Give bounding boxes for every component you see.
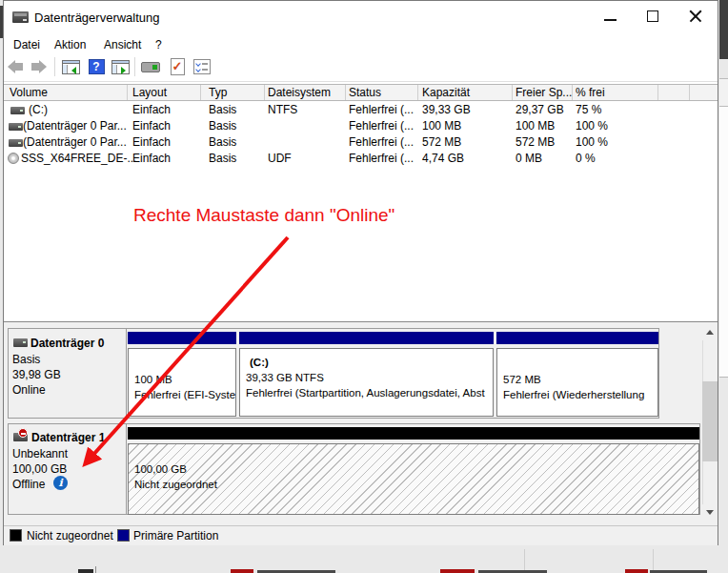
header-divider xyxy=(572,85,573,100)
disk-kind: Unbekannt xyxy=(12,447,68,460)
forward-icon xyxy=(31,60,47,73)
app-icon xyxy=(12,11,29,23)
disk0-info[interactable]: Datenträger 0 Basis 39,98 GB Online xyxy=(9,329,126,418)
bottom-fragment-red xyxy=(625,569,648,573)
partition-unallocated[interactable]: 100,00 GB Nicht zugeordnet xyxy=(128,427,699,513)
screen: Datenträgerverwaltung Datei Aktion Ansic… xyxy=(0,0,728,573)
column-header-dateisystem[interactable]: Dateisystem xyxy=(268,85,331,100)
menu-ansicht[interactable]: Ansicht xyxy=(99,36,146,54)
toolbar-separator xyxy=(54,57,55,76)
column-header-volume[interactable]: Volume xyxy=(10,85,48,100)
drive-icon xyxy=(9,123,23,131)
header-divider xyxy=(200,85,201,100)
table-row[interactable]: (Datenträger 0 Par... Einfach Basis Fehl… xyxy=(4,118,718,134)
disk-kind: Basis xyxy=(12,353,40,366)
maximize-button[interactable] xyxy=(634,4,672,29)
unallocated-box: 100,00 GB Nicht zugeordnet xyxy=(128,443,699,515)
console-tree-button[interactable] xyxy=(59,55,82,78)
cell-freier-sp: 100 MB xyxy=(516,118,555,134)
device-properties-button[interactable] xyxy=(139,55,162,78)
cell-prozent-frei: 100 % xyxy=(576,134,608,151)
column-header-typ[interactable]: Typ xyxy=(209,85,227,100)
disk-info-divider xyxy=(126,424,127,514)
partition-size: 100 MB xyxy=(129,372,235,387)
partition-color-bar xyxy=(128,427,699,440)
cell-dateisystem: UDF xyxy=(268,151,292,167)
cell-kapazitaet: 572 MB xyxy=(422,134,461,151)
header-divider xyxy=(657,85,658,100)
legend-label-primary: Primäre Partition xyxy=(133,529,218,542)
column-header-status[interactable]: Status xyxy=(349,85,381,100)
menu-aktion[interactable]: Aktion xyxy=(50,36,91,54)
window-title: Datenträgerverwaltung xyxy=(34,10,160,27)
cell-freier-sp: 572 MB xyxy=(516,134,555,151)
partition-c[interactable]: (C:) 39,33 GB NTFS Fehlerfrei (Startpart… xyxy=(239,332,494,417)
bottom-fragment-red xyxy=(440,569,475,573)
menu-help[interactable]: ? xyxy=(151,36,167,54)
partition-efi[interactable]: 100 MB Fehlerfrei (EFI-Syste xyxy=(128,332,236,417)
cell-prozent-frei: 0 % xyxy=(576,151,596,167)
bottom-fragment xyxy=(95,566,96,573)
legend-label-unallocated: Nicht zugeordnet xyxy=(27,529,113,542)
cell-status: Fehlerfrei (... xyxy=(349,118,414,134)
forward-button[interactable] xyxy=(28,55,51,78)
chevron-up-icon xyxy=(706,330,714,335)
disk-size: 100,00 GB xyxy=(12,462,67,476)
offline-badge-icon xyxy=(18,428,28,438)
right-edge-panel xyxy=(719,78,728,107)
cell-freier-sp: 0 MB xyxy=(516,151,542,167)
close-button[interactable] xyxy=(677,4,715,29)
disk1-info[interactable]: Datenträger 1 Unbekannt 100,00 GB Offlin… xyxy=(9,424,126,514)
partition-box: (C:) 39,33 GB NTFS Fehlerfrei (Startpart… xyxy=(239,348,494,417)
commit-icon: ✓ xyxy=(171,58,185,75)
partition-size: 39,33 GB NTFS xyxy=(240,370,493,385)
minimize-button[interactable] xyxy=(591,4,629,29)
help-button[interactable]: ? xyxy=(85,55,108,78)
action-pane-icon xyxy=(111,60,130,74)
action-pane-button[interactable] xyxy=(109,55,131,78)
cell-freier-sp: 29,37 GB xyxy=(516,102,564,118)
cell-typ: Basis xyxy=(209,151,236,167)
partition-size: 100,00 GB xyxy=(129,461,698,477)
column-header-kapazitaet[interactable]: Kapazität xyxy=(422,85,470,100)
cell-layout: Einfach xyxy=(132,102,171,118)
commit-button[interactable]: ✓ xyxy=(166,55,189,78)
header-divider xyxy=(417,85,418,100)
column-header-freier-sp[interactable]: Freier Sp... xyxy=(516,85,572,100)
scrollbar-thumb[interactable] xyxy=(702,381,718,461)
minimize-icon xyxy=(604,19,617,21)
partition-status: Fehlerfrei (EFI-Syste xyxy=(129,387,235,402)
cell-prozent-frei: 75 % xyxy=(576,102,601,118)
header-divider xyxy=(345,85,346,100)
partition-color-bar xyxy=(239,332,494,344)
cell-layout: Einfach xyxy=(132,118,171,134)
scrollbar-down-button[interactable] xyxy=(702,504,718,521)
back-icon xyxy=(8,60,23,73)
table-row[interactable]: (C:) Einfach Basis NTFS Fehlerfrei (... … xyxy=(4,102,718,118)
cell-dateisystem: NTFS xyxy=(268,102,297,118)
console-tree-icon xyxy=(62,60,80,74)
column-header-layout[interactable]: Layout xyxy=(132,85,167,100)
bottom-fragment xyxy=(78,569,93,573)
scrollbar-up-button[interactable] xyxy=(702,324,718,340)
table-row[interactable]: (Datenträger 0 Par... Einfach Basis Fehl… xyxy=(4,134,718,151)
partition-recovery[interactable]: 572 MB Fehlerfrei (Wiederherstellung xyxy=(496,332,658,417)
tasks-button[interactable] xyxy=(191,55,213,78)
header-divider xyxy=(689,85,690,100)
table-row[interactable]: SSS_X64FREE_DE-... Einfach Basis UDF Feh… xyxy=(4,151,718,167)
tasks-icon xyxy=(193,59,211,74)
partition-status: Fehlerfrei (Wiederherstellung xyxy=(497,387,657,402)
device-properties-icon xyxy=(141,62,160,72)
column-header-prozent-frei[interactable]: % frei xyxy=(576,85,605,100)
partition-name: (C:) xyxy=(240,355,493,370)
disk-status: Offline xyxy=(12,478,45,491)
cell-kapazitaet: 4,74 GB xyxy=(422,151,464,167)
help-icon: ? xyxy=(89,59,105,74)
back-button[interactable] xyxy=(4,55,27,78)
cell-typ: Basis xyxy=(209,118,236,134)
cell-layout: Einfach xyxy=(132,134,171,151)
menu-datei[interactable]: Datei xyxy=(9,36,45,54)
cd-icon xyxy=(8,153,19,164)
partition-color-bar xyxy=(128,332,236,344)
legend-swatch-primary xyxy=(117,529,130,542)
